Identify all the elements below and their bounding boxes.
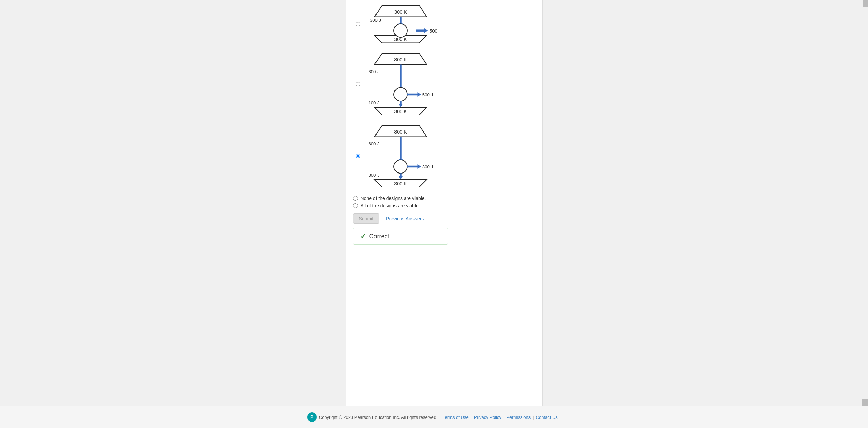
svg-text:300 J: 300 J [368,172,379,178]
radio-col-2[interactable] [353,82,363,86]
correct-checkmark: ✓ [360,232,366,240]
radio-2[interactable] [356,82,360,86]
footer-copyright: Copyright © 2023 Pearson Education Inc. … [319,415,438,420]
footer-sep-4: | [533,415,534,420]
svg-marker-5 [424,28,428,33]
svg-marker-37 [398,176,403,180]
svg-text:300 J: 300 J [370,18,381,23]
svg-text:600 J: 600 J [368,69,379,74]
scrollbar-track[interactable] [862,0,868,406]
svg-text:500 J: 500 J [429,28,438,34]
svg-point-17 [394,88,407,101]
scrollbar-thumb-bottom[interactable] [862,399,868,406]
svg-text:300 K: 300 K [394,109,407,114]
diagram-col-1: 300 K 500 J 300 J 300 K [363,4,438,45]
svg-marker-19 [417,92,421,97]
svg-text:800 K: 800 K [394,57,407,62]
engine-svg-2: 800 K 600 J 500 J 100 J [363,52,438,117]
footer-sep-2: | [471,415,472,420]
footer-sep-3: | [503,415,504,420]
svg-marker-33 [417,164,421,168]
text-option-none: None of the designs are viable. [353,196,536,201]
svg-text:300 K: 300 K [394,181,407,186]
main-panel: 300 K 500 J 300 J 300 K [346,0,543,406]
radio-1[interactable] [356,22,360,26]
svg-point-31 [394,160,407,173]
radio-3[interactable] [356,154,360,158]
option-row-2: 800 K 600 J 500 J 100 J [353,52,536,117]
diagram-col-3: 800 K 600 J 300 J 300 J [363,124,438,189]
engine-svg-3: 800 K 600 J 300 J 300 J [363,124,438,189]
pearson-logo: P [307,412,317,422]
svg-marker-23 [398,104,403,107]
radio-col-3[interactable] [353,154,363,158]
svg-text:300 J: 300 J [422,164,433,169]
footer-link-privacy[interactable]: Privacy Policy [474,415,501,420]
engine-svg-1: 300 K 500 J 300 J 300 K [363,4,438,45]
footer-link-permissions[interactable]: Permissions [506,415,531,420]
footer: P Copyright © 2023 Pearson Education Inc… [0,406,868,428]
radio-col-1[interactable] [353,22,363,26]
text-option-all: All of the designs are viable. [353,203,536,208]
option-row-3: 800 K 600 J 300 J 300 J [353,124,536,189]
svg-text:600 J: 600 J [368,141,379,146]
radio-none[interactable] [353,196,358,201]
submit-area: Submit Previous Answers [353,213,536,224]
correct-banner: ✓ Correct [353,228,448,245]
content-area: 300 K 500 J 300 J 300 K [0,0,868,406]
text-option-all-label: All of the designs are viable. [361,203,420,208]
footer-inner: P Copyright © 2023 Pearson Education Inc… [0,412,868,422]
page-wrapper: 300 K 500 J 300 J 300 K [0,0,868,428]
correct-text: Correct [369,233,389,240]
svg-text:100 J: 100 J [368,100,379,105]
previous-answers-link[interactable]: Previous Answers [386,216,424,221]
submit-button[interactable]: Submit [353,213,380,224]
scrollbar-thumb-top[interactable] [863,0,868,7]
svg-text:300 K: 300 K [394,9,407,15]
footer-sep-1: | [440,415,441,420]
diagram-col-2: 800 K 600 J 500 J 100 J [363,52,438,117]
footer-link-contact[interactable]: Contact Us [536,415,558,420]
footer-sep-5: | [560,415,561,420]
option-row-1: 300 K 500 J 300 J 300 K [353,4,536,45]
text-option-none-label: None of the designs are viable. [361,196,426,201]
svg-point-11 [394,24,407,37]
svg-text:500 J: 500 J [422,92,433,97]
footer-link-terms[interactable]: Terms of Use [443,415,469,420]
radio-all[interactable] [353,203,358,208]
svg-text:800 K: 800 K [394,129,407,134]
